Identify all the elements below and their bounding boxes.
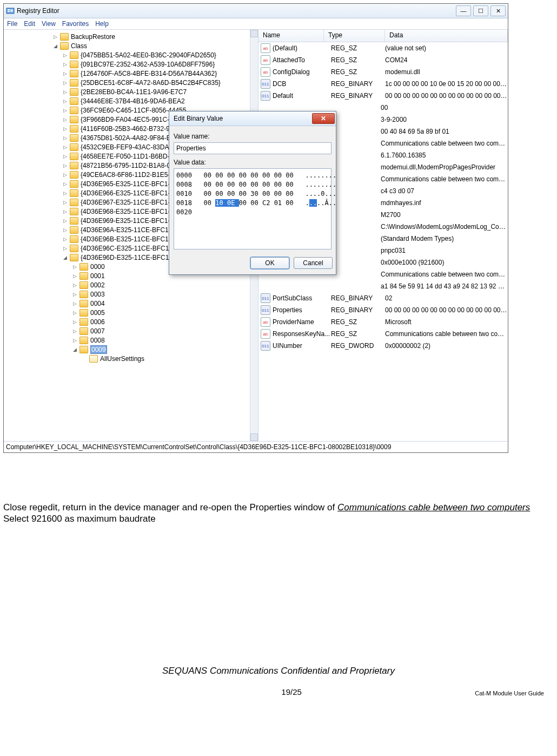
value-row[interactable]: a1 84 5e 59 91 14 dd 43 a9 24 82 13 92 2…: [376, 280, 508, 292]
maximize-button[interactable]: ☐: [473, 5, 488, 16]
value-row[interactable]: 011DCBREG_BINARY1c 00 00 00 00 10 0e 00 …: [258, 78, 508, 90]
tree-item[interactable]: ▷0006: [52, 317, 258, 326]
tree-item[interactable]: ▷{091BC97E-2352-4362-A539-10A6D8FF7596}: [52, 60, 258, 69]
value-row[interactable]: modemui.dll,ModemPropPagesProvider: [376, 161, 508, 173]
value-name: Default: [273, 92, 331, 100]
list-header[interactable]: Name Type Data: [258, 30, 508, 42]
string-icon: ab: [261, 55, 270, 65]
value-data: 0x00000002 (2): [385, 342, 508, 350]
value-row[interactable]: ab(Default)REG_SZ(value not set): [258, 42, 508, 54]
value-row[interactable]: 3-9-2000: [376, 114, 508, 126]
tree-item[interactable]: ▷0007: [52, 326, 258, 336]
minimize-button[interactable]: —: [456, 5, 471, 16]
value-row[interactable]: 00 40 84 69 5a 89 bf 01: [376, 126, 508, 137]
value-type: REG_BINARY: [331, 306, 385, 314]
value-type: REG_SZ: [331, 44, 385, 52]
tree-item[interactable]: ▷0005: [52, 308, 258, 317]
value-row[interactable]: 011PropertiesREG_BINARY00 00 00 00 00 00…: [258, 304, 508, 316]
titlebar: Registry Editor — ☐ ✕: [4, 4, 508, 18]
value-row[interactable]: 011PortSubClassREG_BINARY02: [258, 292, 508, 304]
tree-label: 0000: [90, 263, 105, 271]
value-row[interactable]: 011UINumberREG_DWORD0x00000002 (2): [258, 340, 508, 352]
tree-item[interactable]: ▷0002: [52, 280, 258, 290]
tree-label: 0007: [90, 327, 105, 335]
hex-editor[interactable]: 0000 00 00 00 00 00 00 00 00 ........ 00…: [174, 168, 331, 249]
value-name: DCB: [273, 80, 331, 88]
value-name: AttachedTo: [273, 56, 331, 64]
value-data: COM24: [385, 56, 508, 64]
value-data: c4 c3 d0 07: [379, 187, 508, 195]
value-type: REG_SZ: [331, 56, 385, 64]
edit-binary-dialog: Edit Binary Value ✕ Value name: Value da…: [169, 111, 336, 275]
tree-label: {25DBCE51-6C8F-4A72-8A6D-B54C2B4FC835}: [81, 79, 221, 87]
menu-file[interactable]: File: [7, 20, 17, 28]
value-data-label: Value data:: [174, 159, 331, 166]
regedit-icon: [6, 6, 15, 15]
tree-label: {43675D81-502A-4A82-9F84-B75F: [81, 134, 182, 142]
value-row[interactable]: (Standard Modem Types): [376, 233, 508, 245]
col-type[interactable]: Type: [324, 30, 385, 42]
tree-item[interactable]: ▷{0475BB51-5A02-4EE0-B36C-29040FAD2650}: [52, 50, 258, 60]
value-row[interactable]: abConfigDialogREG_SZmodemui.dll: [258, 66, 508, 78]
value-data: (Standard Modem Types): [379, 235, 508, 242]
tree-item[interactable]: ▷0004: [52, 299, 258, 308]
value-data: 0x000e1000 (921600): [379, 259, 508, 266]
value-name: UINumber: [273, 342, 331, 350]
guide-title: Cat-M Module User Guide: [475, 690, 557, 696]
value-type: REG_SZ: [331, 68, 385, 76]
cancel-button[interactable]: Cancel: [294, 257, 333, 269]
value-name: ResponsesKeyNa...: [273, 330, 331, 338]
value-row[interactable]: C:\Windows\ModemLogs\ModemLog_Communica.…: [376, 221, 508, 233]
binary-icon: 011: [261, 305, 270, 315]
value-row[interactable]: mdmhayes.inf: [376, 197, 508, 209]
value-row[interactable]: 0x000e1000 (921600): [376, 257, 508, 268]
value-row[interactable]: 00: [376, 102, 508, 114]
tree-label: 0008: [90, 337, 105, 344]
menu-help[interactable]: Help: [95, 20, 109, 28]
value-data: Communications cable between two compute…: [379, 175, 508, 183]
svg-rect-2: [8, 11, 10, 12]
tree-item[interactable]: ▷0003: [52, 290, 258, 299]
tree-item[interactable]: ▷{34446E8E-37B4-4B16-9DA6-BEA2: [52, 96, 258, 106]
value-data: 1c 00 00 00 00 10 0e 00 15 20 00 00 00 0…: [385, 80, 508, 88]
value-row[interactable]: Communications cable between two compute…: [376, 173, 508, 185]
value-type: REG_SZ: [331, 330, 385, 338]
value-data: C:\Windows\ModemLogs\ModemLog_Communica.…: [379, 223, 508, 231]
dialog-titlebar: Edit Binary Value ✕: [169, 111, 336, 126]
tree-item[interactable]: AllUserSettings: [52, 354, 258, 363]
value-row[interactable]: Communications cable between two compute…: [376, 268, 508, 280]
value-row[interactable]: abAttachedToREG_SZCOM24: [258, 54, 508, 66]
tree-item[interactable]: ▷0008: [52, 336, 258, 345]
value-name-input[interactable]: [174, 142, 331, 154]
binary-icon: 011: [261, 341, 270, 351]
dialog-close-button[interactable]: ✕: [312, 113, 335, 124]
value-data: 00: [379, 104, 508, 111]
menu-favorites[interactable]: Favorites: [62, 20, 89, 28]
value-row[interactable]: pnpc031: [376, 245, 508, 257]
tree-item[interactable]: ▷{1264760F-A5C8-4BFE-B314-D56A7B44A362}: [52, 69, 258, 78]
tree-label: 0009: [90, 345, 107, 354]
value-row[interactable]: abProviderNameREG_SZMicrosoft: [258, 316, 508, 328]
tree-item-selected[interactable]: ◢ 0009: [52, 345, 258, 354]
dialog-title: Edit Binary Value: [174, 115, 223, 122]
value-row[interactable]: M2700: [376, 209, 508, 221]
svg-rect-1: [8, 9, 10, 10]
tree-label: Class: [71, 42, 87, 50]
tree-item[interactable]: ▷BackupRestore: [52, 32, 258, 41]
tree-item[interactable]: ◢Class: [52, 41, 258, 50]
value-row[interactable]: Communications cable between two compute…: [376, 137, 508, 149]
ok-button[interactable]: OK: [250, 257, 289, 269]
instruction-text: Close regedit, return in the device mana…: [3, 502, 554, 525]
tree-item[interactable]: ▷{25DBCE51-6C8F-4A72-8A6D-B54C2B4FC835}: [52, 78, 258, 87]
close-button[interactable]: ✕: [490, 5, 506, 16]
tree-item[interactable]: ▷{2BE28EB0-BC4A-11E1-9A96-E7C7: [52, 87, 258, 96]
menu-view[interactable]: View: [42, 20, 56, 28]
col-name[interactable]: Name: [258, 30, 324, 42]
value-row[interactable]: abResponsesKeyNa...REG_SZCommunications …: [258, 328, 508, 340]
value-row[interactable]: 6.1.7600.16385: [376, 149, 508, 161]
menu-edit[interactable]: Edit: [24, 20, 35, 28]
value-row[interactable]: c4 c3 d0 07: [376, 185, 508, 197]
value-row[interactable]: 011DefaultREG_BINARY00 00 00 00 00 00 00…: [258, 90, 508, 102]
value-type: REG_SZ: [331, 318, 385, 326]
col-data[interactable]: Data: [385, 30, 508, 42]
